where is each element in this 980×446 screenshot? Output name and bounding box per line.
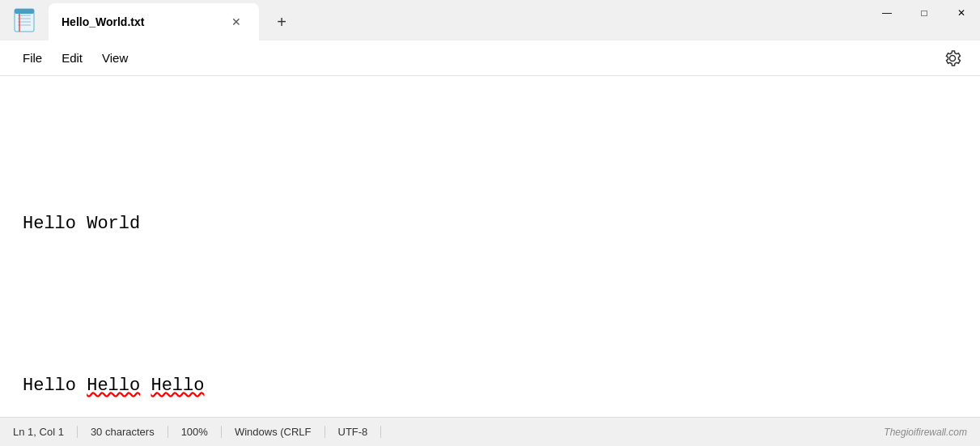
status-position: Ln 1, Col 1	[13, 426, 78, 438]
close-button[interactable]: ✕	[943, 0, 980, 26]
squiggle-word-2: Hello	[151, 376, 204, 396]
editor-area[interactable]: Hello World Hello Hello Hello	[0, 76, 980, 417]
tab-title: Hello_World.txt	[62, 15, 218, 28]
app-icon	[0, 0, 49, 40]
title-bar-left: Hello_World.txt ✕ +	[0, 0, 298, 40]
view-menu[interactable]: View	[92, 46, 138, 70]
gear-icon	[944, 49, 961, 67]
notepad-icon	[11, 7, 37, 33]
editor-content[interactable]: Hello World Hello Hello Hello	[23, 152, 957, 417]
new-tab-button[interactable]: +	[265, 6, 298, 39]
title-bar: Hello_World.txt ✕ + — □ ✕	[0, 0, 980, 40]
menu-bar: File Edit View	[0, 40, 980, 76]
status-zoom: 100%	[168, 426, 222, 438]
editor-line-gap	[23, 301, 957, 314]
minimize-button[interactable]: —	[868, 0, 906, 26]
editor-line-1: Hello World	[23, 210, 957, 238]
status-line-ending: Windows (CRLF	[222, 426, 325, 438]
window-controls: — □ ✕	[868, 0, 980, 40]
edit-menu[interactable]: Edit	[52, 46, 92, 70]
settings-button[interactable]	[938, 44, 967, 73]
status-encoding: UTF-8	[325, 426, 382, 438]
file-menu[interactable]: File	[13, 46, 52, 70]
svg-rect-7	[15, 9, 34, 14]
editor-line-2: Hello Hello Hello	[23, 372, 957, 400]
watermark: Thegioifirewall.com	[884, 427, 967, 438]
status-bar: Ln 1, Col 1 30 characters 100% Windows (…	[0, 417, 980, 446]
tab-close-button[interactable]: ✕	[227, 12, 246, 32]
active-tab[interactable]: Hello_World.txt ✕	[49, 3, 259, 40]
status-characters: 30 characters	[78, 426, 168, 438]
maximize-button[interactable]: □	[906, 0, 943, 26]
squiggle-word-1: Hello	[87, 376, 140, 396]
